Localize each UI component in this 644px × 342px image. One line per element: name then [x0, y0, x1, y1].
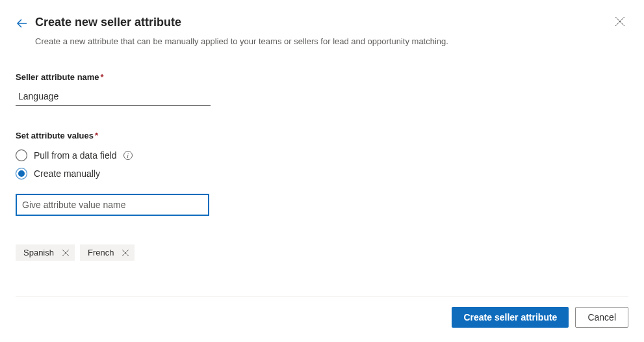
radio-icon-unselected	[16, 150, 27, 161]
arrow-left-icon	[16, 17, 29, 30]
radio-manual-label: Create manually	[34, 168, 100, 179]
attribute-values-label: Set attribute values*	[16, 131, 628, 140]
close-icon	[62, 249, 70, 257]
radio-pull-from-field[interactable]: Pull from a data field i	[16, 150, 628, 161]
chip-remove-button[interactable]	[122, 249, 129, 257]
cancel-button[interactable]: Cancel	[575, 307, 628, 328]
chip-remove-button[interactable]	[62, 249, 70, 257]
attribute-name-label: Seller attribute name*	[16, 72, 628, 82]
attribute-value-input[interactable]	[16, 194, 209, 216]
value-chip: Spanish	[16, 244, 75, 261]
chip-label: French	[88, 248, 114, 257]
page-subtitle: Create a new attribute that can be manua…	[35, 36, 628, 47]
required-indicator: *	[101, 72, 104, 82]
create-button[interactable]: Create seller attribute	[452, 307, 569, 328]
radio-create-manually[interactable]: Create manually	[16, 168, 628, 179]
close-icon	[122, 249, 129, 257]
chip-label: Spanish	[23, 248, 54, 257]
value-chips-container: Spanish French	[16, 244, 628, 261]
back-button[interactable]	[16, 17, 29, 30]
value-chip: French	[80, 244, 135, 261]
radio-pull-label: Pull from a data field	[34, 150, 117, 161]
page-title: Create new seller attribute	[35, 16, 628, 29]
attribute-name-input[interactable]	[16, 87, 211, 106]
close-button[interactable]	[614, 16, 626, 27]
info-icon[interactable]: i	[123, 151, 133, 160]
required-indicator: *	[95, 131, 98, 140]
footer: Create seller attribute Cancel	[16, 296, 628, 328]
radio-icon-selected	[16, 168, 27, 179]
close-icon	[614, 16, 626, 27]
